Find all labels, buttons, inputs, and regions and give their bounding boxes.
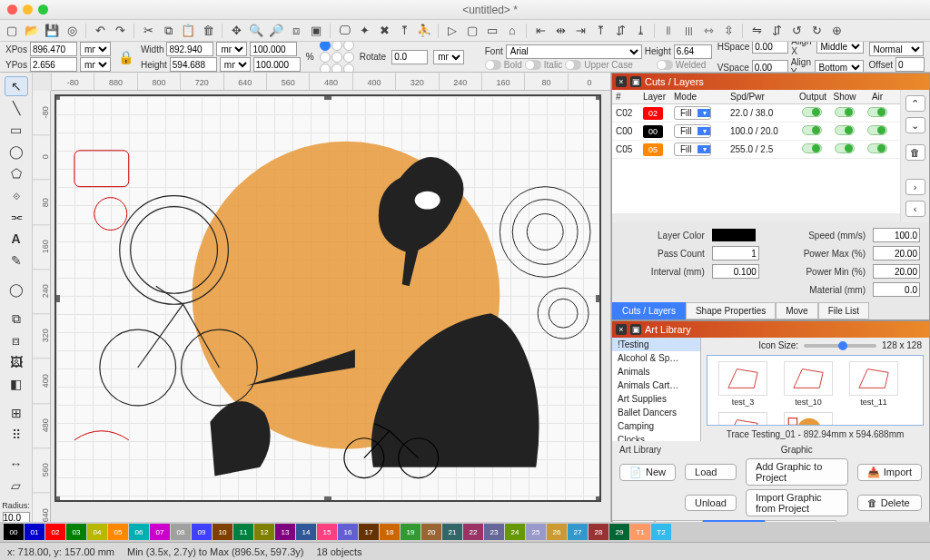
paste-icon[interactable]: 📋 — [180, 23, 196, 39]
artlib-categories[interactable]: !TestingAlcohol & Sp…AnimalsAnimals Cart… — [612, 338, 701, 441]
redo-icon[interactable]: ↷ — [112, 23, 128, 39]
rotate-input[interactable] — [391, 50, 428, 64]
artlib-grid[interactable]: test_3test_10test_11test_20Trace Testing… — [707, 355, 924, 426]
align-bottom-icon[interactable]: ⤓ — [632, 23, 648, 39]
iconsize-slider[interactable] — [804, 344, 876, 348]
tab-tool[interactable]: ⫘ — [5, 207, 28, 227]
play-icon[interactable]: ▷ — [444, 23, 460, 39]
palette-swatch[interactable]: 04 — [87, 524, 107, 540]
settings-icon[interactable]: ✦ — [356, 23, 372, 39]
bold-toggle[interactable]: Bold — [485, 60, 522, 70]
layer-down-button[interactable]: ⌄ — [905, 117, 925, 133]
palette-swatch[interactable]: 06 — [129, 524, 149, 540]
alignx-select[interactable]: Middle — [816, 42, 864, 54]
new-library-button[interactable]: 📄 New — [619, 464, 676, 481]
cuts-row[interactable]: C0505Fill▾255.0 / 2.5 — [612, 141, 900, 159]
vspace-input[interactable] — [752, 60, 788, 73]
font-select[interactable]: Arial — [506, 44, 642, 59]
height-pct-input[interactable] — [253, 57, 301, 72]
palette-swatch[interactable]: 16 — [338, 524, 358, 540]
position-icon[interactable]: ⤒ — [396, 23, 412, 39]
artlib-item[interactable]: test_11 — [844, 361, 904, 407]
artlib-category[interactable]: Camping — [612, 419, 700, 433]
palette-swatch[interactable]: 07 — [150, 524, 170, 540]
palette-swatch[interactable]: 17 — [359, 524, 379, 540]
unload-library-button[interactable]: Unload — [685, 495, 737, 511]
rotate-unit[interactable]: mm — [433, 50, 464, 64]
minimize-window-icon[interactable] — [23, 5, 33, 15]
lock-aspect-icon[interactable]: 🔒 — [118, 50, 134, 64]
array-tool[interactable]: ⠿ — [5, 425, 28, 445]
artlib-category[interactable]: Clocks — [612, 433, 700, 441]
palette-swatch[interactable]: 19 — [401, 524, 420, 540]
palette-swatch[interactable]: 14 — [296, 524, 316, 540]
artlib-item[interactable]: test_20 — [713, 412, 773, 426]
italic-toggle[interactable]: Italic — [525, 60, 563, 70]
height-input[interactable] — [170, 57, 217, 72]
load-library-button[interactable]: Load — [685, 464, 737, 480]
palette-swatch[interactable]: 03 — [66, 524, 86, 540]
palette-swatch[interactable]: 21 — [442, 524, 462, 540]
text-tool[interactable]: A — [5, 229, 28, 249]
palette-swatch[interactable]: 12 — [254, 524, 274, 540]
palette-swatch[interactable]: 28 — [589, 524, 608, 540]
rotate-l-icon[interactable]: ↺ — [788, 23, 805, 39]
palette-swatch[interactable]: 02 — [45, 524, 65, 540]
import-graphic-button[interactable]: Import Graphic from Project — [746, 489, 848, 516]
palette-swatch[interactable]: 08 — [171, 524, 191, 540]
anchor-grid[interactable] — [320, 42, 354, 73]
cuts-row[interactable]: C0202Fill▾22.0 / 38.0 — [612, 104, 900, 123]
rect-tool[interactable]: ▭ — [5, 120, 28, 140]
artlib-category[interactable]: Animals Cart… — [612, 378, 700, 392]
align-vcenter-icon[interactable]: ⇵ — [612, 23, 628, 39]
fheight-input[interactable] — [674, 44, 712, 59]
offset-input[interactable] — [895, 57, 925, 72]
xpos-unit[interactable]: mm — [80, 42, 111, 56]
palette-swatch[interactable]: T1 — [630, 524, 650, 540]
close-panel-icon[interactable]: × — [616, 324, 627, 335]
cuts-tab[interactable]: File List — [818, 302, 869, 319]
artlib-category[interactable]: Alcohol & Sp… — [612, 351, 700, 365]
cuts-tab[interactable]: Move — [776, 302, 817, 319]
palette-swatch[interactable]: 01 — [25, 524, 45, 540]
cuts-tab[interactable]: Cuts / Layers — [612, 302, 686, 319]
palette-swatch[interactable]: 29 — [609, 524, 629, 540]
zoom-out-icon[interactable]: 🔎 — [268, 23, 284, 39]
trace-tool[interactable]: ◧ — [5, 374, 28, 394]
artlib-category[interactable]: Art Supplies — [612, 392, 700, 406]
rotate-r-icon[interactable]: ↻ — [808, 23, 825, 39]
palette-swatch[interactable]: 00 — [4, 524, 24, 540]
select-tool[interactable]: ↖ — [5, 76, 28, 96]
zoom-in-icon[interactable]: 🔍 — [248, 23, 264, 39]
undo-icon[interactable]: ↶ — [92, 23, 108, 39]
shape-tool[interactable]: ▱ — [5, 476, 28, 496]
dock-panel-icon[interactable]: ▣ — [630, 76, 641, 87]
people-icon[interactable]: ⛹ — [416, 23, 432, 39]
delete-icon[interactable]: 🗑 — [200, 23, 216, 39]
palette-swatch[interactable]: 25 — [526, 524, 546, 540]
ellipse-tool[interactable]: ◯ — [5, 142, 28, 162]
pan-icon[interactable]: ✥ — [228, 23, 244, 39]
height-unit[interactable]: mm — [220, 57, 251, 72]
zoom-sel-icon[interactable]: ▣ — [308, 23, 324, 39]
copy-icon[interactable]: ⧉ — [160, 23, 176, 39]
width-unit[interactable]: mm — [216, 42, 247, 56]
grid-tool[interactable]: ⊞ — [5, 403, 28, 423]
artlib-item[interactable]: test_10 — [778, 361, 838, 407]
save-icon[interactable]: 💾 — [44, 23, 60, 39]
palette-swatch[interactable]: 23 — [484, 524, 504, 540]
frame-icon[interactable]: ▭ — [484, 23, 500, 39]
palette-swatch[interactable]: 13 — [275, 524, 295, 540]
hspace-input[interactable] — [752, 42, 788, 54]
xpos-input[interactable] — [30, 42, 77, 56]
boolean-tool[interactable]: ⧈ — [5, 330, 28, 350]
align-top-icon[interactable]: ⤒ — [592, 23, 608, 39]
measure-tool[interactable]: ↔ — [5, 454, 28, 474]
dock-panel-icon[interactable]: ▣ — [630, 324, 641, 335]
import-button[interactable]: 📥 Import — [857, 464, 922, 481]
artlib-item[interactable]: test_3 — [713, 361, 773, 407]
layer-delete-button[interactable]: 🗑 — [905, 144, 925, 161]
palette-swatch[interactable]: 18 — [380, 524, 400, 540]
palette-swatch[interactable]: 09 — [192, 524, 212, 540]
square-icon[interactable]: ▢ — [464, 23, 480, 39]
